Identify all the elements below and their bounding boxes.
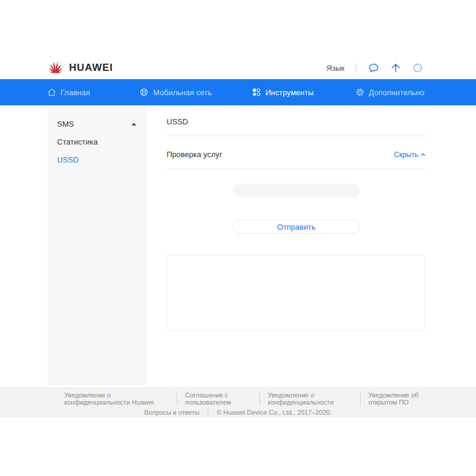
collapse-arrow-icon <box>131 123 136 126</box>
globe-icon <box>139 87 149 97</box>
brand-name: HUAWEI <box>69 62 113 74</box>
sidebar-item-label: USSD <box>57 155 79 164</box>
footer-link-privacy-huawei[interactable]: Уведомление о конфиденциальности Huawei <box>64 392 169 406</box>
footer-link-user-agreement[interactable]: Соглашение с пользователем <box>185 392 252 406</box>
divider <box>167 136 426 136</box>
footer-link-faq[interactable]: Вопросы и ответы <box>144 409 199 416</box>
section-label: Проверка услуг <box>167 150 223 159</box>
sidebar-item-label: Статистика <box>57 137 98 146</box>
footer-bottom-row: Вопросы и ответы © Huawei Device Co., Lt… <box>0 409 476 416</box>
header-divider <box>356 64 356 73</box>
service-check-section-header: Проверка услуг Скрыть <box>167 150 426 159</box>
send-button[interactable]: Отправить <box>233 220 360 234</box>
chevron-up-icon <box>420 152 426 158</box>
huawei-brand: HUAWEI <box>48 60 113 76</box>
footer-divider <box>259 392 260 406</box>
nav-item-advanced[interactable]: Дополнительно <box>336 79 443 105</box>
hide-section-link[interactable]: Скрыть <box>394 151 426 159</box>
hide-link-label: Скрыть <box>394 151 418 159</box>
footer-link-privacy-notice[interactable]: Уведомление о конфиденциальности <box>268 392 352 406</box>
header-actions: Язык <box>327 62 424 74</box>
footer-copyright: © Huawei Device Co., Ltd., 2017–2020. <box>217 409 331 416</box>
gear-icon <box>355 87 365 97</box>
upload-arrow-icon[interactable] <box>390 62 402 74</box>
footer-divider <box>177 392 177 406</box>
page-footer: Уведомление о конфиденциальности Huawei … <box>0 387 476 418</box>
main-content: USSD Проверка услуг Скрыть Отправить <box>167 105 426 331</box>
main-nav: Главная Мобильная сеть Инструменты <box>0 79 476 105</box>
page-title: USSD <box>167 117 426 127</box>
nav-item-home[interactable]: Главная <box>15 79 122 105</box>
huawei-flower-logo-icon <box>48 60 64 76</box>
footer-links-row: Уведомление о конфиденциальности Huawei … <box>0 392 476 406</box>
sidebar-item-statistics[interactable]: Статистика <box>48 133 147 151</box>
apps-grid-icon <box>252 87 261 97</box>
sidebar: SMS Статистика USSD <box>48 105 147 386</box>
sidebar-group-sms[interactable]: SMS <box>48 115 147 133</box>
divider <box>167 168 426 169</box>
footer-link-open-source[interactable]: Уведомление об открытом ПО <box>368 392 437 406</box>
nav-item-mobile-network[interactable]: Мобильная сеть <box>122 79 229 105</box>
language-selector[interactable]: Язык <box>327 64 345 73</box>
ussd-result-textarea[interactable] <box>167 255 425 331</box>
footer-divider <box>208 409 208 416</box>
home-icon <box>47 87 57 97</box>
nav-item-label: Дополнительно <box>369 88 425 97</box>
nav-item-label: Инструменты <box>265 88 314 97</box>
sidebar-item-ussd[interactable]: USSD <box>48 151 147 168</box>
page-header: HUAWEI Язык <box>48 57 424 79</box>
nav-item-label: Главная <box>61 88 90 97</box>
nav-item-label: Мобильная сеть <box>153 88 211 97</box>
ussd-code-input[interactable] <box>233 184 360 197</box>
nav-item-tools[interactable]: Инструменты <box>229 79 336 105</box>
spinner-icon[interactable] <box>412 62 424 74</box>
sidebar-group-label: SMS <box>57 120 74 129</box>
chat-bubble-icon[interactable] <box>368 62 380 74</box>
footer-divider <box>360 392 361 406</box>
